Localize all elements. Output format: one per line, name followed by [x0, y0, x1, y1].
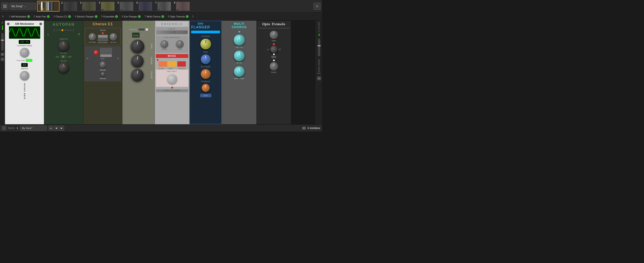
autopan-toggle-knob[interactable]	[60, 55, 66, 58]
in-panel: IN	[0, 20, 5, 124]
envflanger-feedback-label: Feedbuck	[191, 80, 220, 82]
grid-button[interactable]	[1, 3, 8, 10]
envflanger-envdepth-knob[interactable]	[201, 69, 211, 79]
flanger-sync-button[interactable]: SYNC	[132, 32, 140, 38]
in-fader[interactable]	[1, 33, 4, 51]
speaker-icon[interactable]	[1, 52, 4, 56]
chorus-vibdepth-knob[interactable]	[88, 33, 96, 41]
chorus-sync-btns	[100, 48, 112, 57]
flanger-color-knob[interactable]	[131, 69, 144, 81]
nav-prev-btn[interactable]: ◀	[54, 126, 59, 130]
rack-name-input[interactable]	[20, 126, 47, 130]
chorus-off-btn[interactable]	[100, 48, 112, 51]
strip-item-7[interactable]: 7 Multi Chorus	[143, 12, 166, 20]
chorus-bottom-box: off sync on vibrato chorus	[85, 46, 121, 81]
strip-item-8[interactable]: 8 Opto Tremolo	[166, 12, 190, 20]
strip-power-4[interactable]	[95, 15, 98, 18]
rack-slot-2[interactable]: 2	[60, 1, 78, 12]
strip-item-out[interactable]: 2	[0, 12, 7, 20]
rack-slot-8[interactable]: 8	[173, 1, 191, 12]
strip-item-4[interactable]: 4 Electric Flanger	[73, 12, 100, 20]
am-depth-knob[interactable]	[20, 71, 29, 80]
flanger-rate-knob[interactable]	[131, 40, 144, 53]
stereo-label: stereo	[103, 42, 108, 44]
rack-slot-4[interactable]: 4	[98, 1, 116, 12]
out-fader[interactable]	[318, 38, 320, 56]
chorus-knobs-row: vib depth mono stereo	[87, 32, 119, 44]
chorus-stereo-btn[interactable]	[98, 38, 108, 41]
rack-slot-7[interactable]: 7	[154, 1, 172, 12]
chorus-mono-btn[interactable]	[98, 35, 108, 38]
chorus-vibrate-knob[interactable]	[110, 33, 117, 41]
strip-power-7[interactable]	[162, 15, 164, 18]
chorus-on-btn[interactable]	[100, 54, 112, 57]
chorus-vibrate-group: vib rate	[110, 33, 117, 43]
rack-slot-6[interactable]: 6	[136, 1, 154, 12]
opto-divider	[258, 28, 290, 28]
mixbox-text: ii mixbox	[308, 126, 320, 130]
chorus-vibrato-knob[interactable]	[100, 61, 106, 68]
ensemble-slow-btn[interactable]	[158, 61, 167, 67]
plugin-env-flanger: ENV FLANGER Envelope Rate Env Depth Feed…	[190, 20, 222, 124]
ensemble-strings-btn[interactable]	[177, 61, 186, 67]
envflanger-env-knob[interactable]	[200, 39, 211, 50]
multichorus-dot	[238, 31, 240, 33]
eq-bars-icon[interactable]	[317, 76, 321, 80]
chorus-rec-btn[interactable]	[94, 50, 98, 55]
ensemble-preemph-label: PRE EMPHASIS	[156, 36, 188, 38]
strip-item-6[interactable]: 6 Env Flanger	[120, 12, 143, 20]
info-button[interactable]: i	[2, 126, 6, 130]
flanger-range-knob[interactable]	[131, 55, 144, 67]
rack-slot-5[interactable]: 5	[117, 1, 134, 12]
am-midi-led[interactable]	[26, 59, 32, 62]
strip-power-3[interactable]	[68, 15, 71, 18]
pan-dot-6	[67, 29, 69, 31]
rack-slot-3[interactable]: 3	[79, 1, 97, 12]
flanger-manual-toggle[interactable]	[138, 28, 145, 31]
autopan-sync-toggle[interactable]: ON OFF	[56, 55, 72, 58]
opto-depth-knob[interactable]	[270, 62, 278, 71]
ensemble-gain-knob[interactable]	[176, 40, 184, 48]
chorus-chorus-knob[interactable]	[100, 72, 105, 76]
multichorus-rate-knob[interactable]	[234, 50, 245, 61]
ensemble-freq-knob[interactable]	[160, 40, 168, 48]
chorus-sync-btn[interactable]	[100, 51, 112, 54]
opto-red-dot	[273, 43, 275, 46]
strip-item-in[interactable]: 1	[190, 12, 197, 20]
am-dot-right	[39, 22, 42, 25]
flanger-rate-label: RATE	[150, 44, 153, 49]
ensemble-drive-slider[interactable]	[156, 30, 188, 34]
envflanger-feedback-knob[interactable]	[202, 84, 210, 92]
am-carrier-knob[interactable]	[20, 48, 29, 57]
strip-item-3[interactable]: 3 Chorus C1	[52, 12, 73, 20]
minus-icon[interactable]	[1, 58, 4, 61]
strip-item-1[interactable]: 1 AM Modulator	[7, 12, 32, 20]
nav-next-btn[interactable]: ▶	[59, 126, 64, 130]
nav-up-btn[interactable]: ▲	[48, 126, 54, 130]
strip-power-8[interactable]	[186, 15, 188, 18]
plugin-opto-tremolo: Opto Tremolo Rate on off Sync Depth	[256, 20, 291, 124]
rack-slot-1[interactable]: 1	[37, 1, 60, 12]
strip-item-5[interactable]: 5 Ensemble	[100, 12, 120, 20]
chorus-on-label: on	[117, 58, 119, 60]
autopan-depth-knob[interactable]	[58, 40, 69, 51]
ensemble-mode-bar: MODE	[156, 54, 188, 58]
settings-button[interactable]: ⚙	[314, 3, 321, 10]
envflanger-rate-knob[interactable]	[201, 54, 211, 64]
chorus-off-label: off	[86, 58, 88, 60]
strip-power-5[interactable]	[115, 15, 118, 18]
autopan-rate-knob[interactable]	[58, 62, 69, 73]
ensemble-fast-btn[interactable]	[168, 61, 176, 67]
opto-spin-knob[interactable]	[270, 46, 278, 53]
strip-power-1[interactable]	[27, 15, 30, 18]
opto-rate-knob[interactable]	[270, 31, 278, 39]
envflanger-sync-btn[interactable]: Sync	[200, 94, 211, 97]
multichorus-depth-knob[interactable]	[234, 34, 245, 46]
strip-item-2[interactable]: 2 Auto Pan	[32, 12, 52, 20]
strip-power-6[interactable]	[138, 15, 141, 18]
multichorus-drywet-knob[interactable]	[234, 66, 245, 77]
svg-rect-3	[5, 6, 6, 8]
ensemble-drywet-knob[interactable]	[167, 74, 177, 84]
strip-power-2[interactable]	[47, 15, 50, 18]
song-selector[interactable]: My Song*	[10, 3, 36, 10]
